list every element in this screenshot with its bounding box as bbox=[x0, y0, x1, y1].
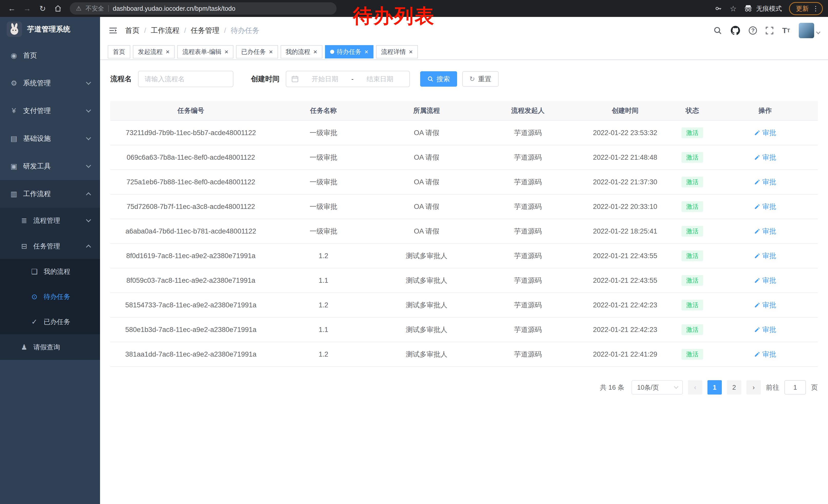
github-icon[interactable] bbox=[731, 26, 740, 35]
table-row: 58154733-7ac8-11ec-a9e2-a2380e71991a 1.2… bbox=[110, 293, 818, 317]
approve-link[interactable]: 审批 bbox=[754, 202, 776, 211]
cell-action: 审批 bbox=[713, 219, 818, 243]
user-menu[interactable] bbox=[799, 23, 820, 38]
url-bar[interactable]: ⚠ 不安全 dashboard.yudao.iocoder.cn/bpm/tas… bbox=[70, 2, 336, 15]
approve-link[interactable]: 审批 bbox=[754, 177, 776, 187]
collapse-sidebar-icon[interactable] bbox=[108, 26, 118, 35]
tab-todo-task[interactable]: 待办任务 × bbox=[325, 45, 373, 58]
status-badge: 激活 bbox=[681, 300, 703, 311]
cell-task-name: 1.2 bbox=[272, 342, 376, 367]
process-name-input[interactable] bbox=[138, 71, 234, 87]
process-list-icon: ≣ bbox=[20, 216, 28, 225]
next-page-button[interactable]: › bbox=[746, 380, 761, 395]
approve-link[interactable]: 审批 bbox=[754, 251, 776, 261]
cell-task-name: 一级审批 bbox=[272, 194, 376, 219]
cell-status: 激活 bbox=[672, 268, 713, 293]
cell-initiator: 芋道源码 bbox=[478, 317, 578, 342]
cell-created: 2022-01-21 22:41:29 bbox=[578, 342, 672, 367]
bookmark-star-icon[interactable]: ☆ bbox=[730, 4, 737, 13]
cell-status: 激活 bbox=[672, 317, 713, 342]
prev-page-button[interactable]: ‹ bbox=[688, 380, 702, 395]
back-icon[interactable]: ← bbox=[5, 2, 18, 15]
approve-link[interactable]: 审批 bbox=[754, 153, 776, 162]
close-icon[interactable]: × bbox=[166, 49, 170, 55]
browser-update-button[interactable]: 更新 ⋮ bbox=[789, 2, 823, 15]
sidebar-item-devtools[interactable]: ▣ 研发工具 bbox=[0, 152, 100, 180]
status-badge: 激活 bbox=[681, 177, 703, 187]
page-button-2[interactable]: 2 bbox=[727, 380, 741, 395]
cell-process: OA 请假 bbox=[376, 121, 478, 145]
home-icon[interactable] bbox=[51, 2, 65, 15]
edit-pencil-icon bbox=[754, 277, 760, 283]
page-size-select[interactable]: 10条/页 bbox=[631, 380, 683, 395]
col-process: 所属流程 bbox=[376, 101, 478, 121]
sidebar-item-todo-task[interactable]: ⊙ 待办任务 bbox=[0, 284, 100, 309]
approve-link[interactable]: 审批 bbox=[754, 301, 776, 310]
close-icon[interactable]: × bbox=[314, 49, 317, 55]
dashboard-icon: ◉ bbox=[10, 51, 18, 60]
search-icon bbox=[427, 76, 433, 82]
date-range-picker[interactable]: 开始日期 - 结束日期 bbox=[286, 71, 410, 87]
sidebar-item-done-task[interactable]: ✓ 已办任务 bbox=[0, 309, 100, 334]
approve-link[interactable]: 审批 bbox=[754, 128, 776, 137]
password-key-icon[interactable] bbox=[714, 4, 722, 12]
tab-start-process[interactable]: 发起流程 × bbox=[133, 45, 175, 58]
tab-done-task[interactable]: 已办任务 × bbox=[236, 45, 278, 58]
cell-task-id: 381aa1dd-7ac8-11ec-a9e2-a2380e71991a bbox=[110, 342, 272, 367]
breadcrumb-workflow[interactable]: 工作流程 bbox=[151, 26, 179, 35]
browser-actions: ☆ 无痕模式 更新 ⋮ bbox=[714, 2, 823, 15]
sidebar-item-process-mgmt[interactable]: ≣ 流程管理 bbox=[0, 208, 100, 233]
close-icon[interactable]: × bbox=[224, 49, 228, 55]
approve-link[interactable]: 审批 bbox=[754, 276, 776, 285]
cell-process: 测试多审批人 bbox=[376, 342, 478, 367]
tab-process-detail[interactable]: 流程详情 × bbox=[376, 45, 418, 58]
search-icon[interactable] bbox=[713, 26, 722, 35]
search-button[interactable]: 搜索 bbox=[420, 71, 457, 87]
cell-task-name: 1.1 bbox=[272, 317, 376, 342]
eye-icon: ⊙ bbox=[30, 292, 38, 301]
approve-link[interactable]: 审批 bbox=[754, 227, 776, 236]
sidebar-item-home[interactable]: ◉ 首页 bbox=[0, 42, 100, 69]
logo-rabbit-icon bbox=[7, 21, 22, 37]
pagination: 共 16 条 10条/页 ‹ 1 2 › 前往 页 bbox=[110, 380, 818, 395]
cell-status: 激活 bbox=[672, 243, 713, 268]
forward-icon[interactable]: → bbox=[20, 2, 34, 15]
tab-my-process[interactable]: 我的流程 × bbox=[281, 45, 322, 58]
sidebar-item-leave-query[interactable]: ♟ 请假查询 bbox=[0, 334, 100, 360]
infra-icon: ▤ bbox=[10, 134, 18, 143]
cell-initiator: 芋道源码 bbox=[478, 219, 578, 243]
font-size-icon[interactable]: TT bbox=[782, 26, 790, 35]
close-icon[interactable]: × bbox=[365, 49, 368, 55]
tab-form-edit[interactable]: 流程表单-编辑 × bbox=[177, 45, 234, 58]
breadcrumb-task-mgmt[interactable]: 任务管理 bbox=[191, 26, 219, 35]
cell-process: 测试多审批人 bbox=[376, 268, 478, 293]
cell-status: 激活 bbox=[672, 121, 713, 145]
approve-link[interactable]: 审批 bbox=[754, 350, 776, 359]
cell-status: 激活 bbox=[672, 194, 713, 219]
tab-home[interactable]: 首页 bbox=[108, 45, 130, 58]
sidebar-item-task-mgmt[interactable]: ⊟ 任务管理 bbox=[0, 233, 100, 259]
app-logo[interactable]: 芋道管理系统 bbox=[0, 17, 100, 42]
reload-icon[interactable]: ↻ bbox=[36, 2, 49, 15]
sidebar-item-system[interactable]: ⚙ 系统管理 bbox=[0, 69, 100, 97]
sidebar-item-workflow[interactable]: ▥ 工作流程 bbox=[0, 180, 100, 208]
close-icon[interactable]: × bbox=[409, 49, 413, 55]
help-icon[interactable]: ? bbox=[749, 27, 757, 35]
breadcrumb-home[interactable]: 首页 bbox=[125, 26, 139, 35]
cell-action: 审批 bbox=[713, 317, 818, 342]
avatar[interactable] bbox=[799, 23, 814, 38]
reset-button[interactable]: ↻ 重置 bbox=[462, 71, 499, 87]
approve-link[interactable]: 审批 bbox=[754, 325, 776, 334]
cell-task-id: 580e1b3d-7ac8-11ec-a9e2-a2380e71991a bbox=[110, 317, 272, 342]
sidebar-item-payment[interactable]: ¥ 支付管理 bbox=[0, 97, 100, 125]
sidebar-item-my-process[interactable]: ❑ 我的流程 bbox=[0, 259, 100, 284]
fullscreen-icon[interactable] bbox=[766, 27, 773, 34]
chevron-down-icon bbox=[86, 107, 91, 112]
check-icon: ✓ bbox=[30, 318, 38, 326]
browser-menu-icon[interactable]: ⋮ bbox=[812, 5, 819, 12]
page-button-1[interactable]: 1 bbox=[707, 380, 722, 395]
close-icon[interactable]: × bbox=[269, 49, 273, 55]
cell-initiator: 芋道源码 bbox=[478, 194, 578, 219]
sidebar-item-infra[interactable]: ▤ 基础设施 bbox=[0, 125, 100, 152]
goto-page-input[interactable] bbox=[784, 380, 806, 395]
